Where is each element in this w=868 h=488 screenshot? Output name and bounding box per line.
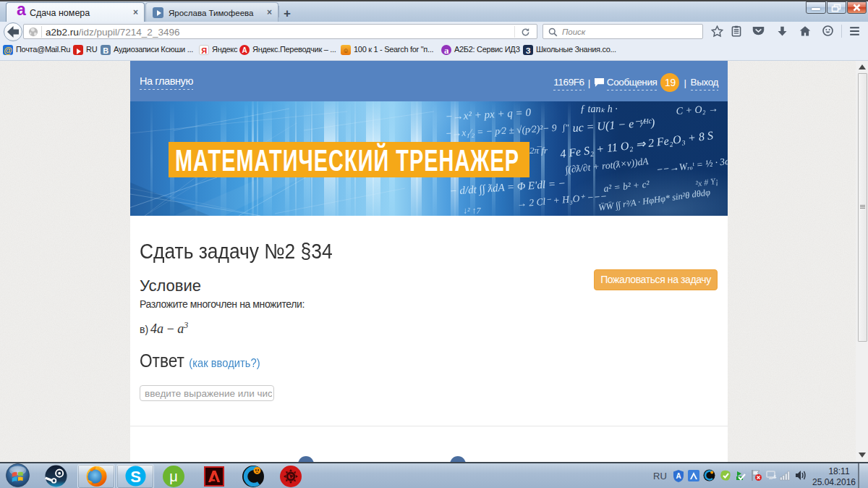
svg-text:A: A [676,472,681,480]
svg-text:S: S [130,468,141,486]
svg-text:МАТЕМАТИЧЕСКИЙ ТРЕНАЖЕР: МАТЕМАТИЧЕСКИЙ ТРЕНАЖЕР [175,143,519,177]
svg-text:μ: μ [169,468,178,484]
svg-text:ƒ tanₖ h ·: ƒ tanₖ h · [580,104,618,114]
svg-text:↓² ↑7: ↓² ↑7 [463,206,482,216]
svg-text:∫″: ∫″ [562,122,569,132]
